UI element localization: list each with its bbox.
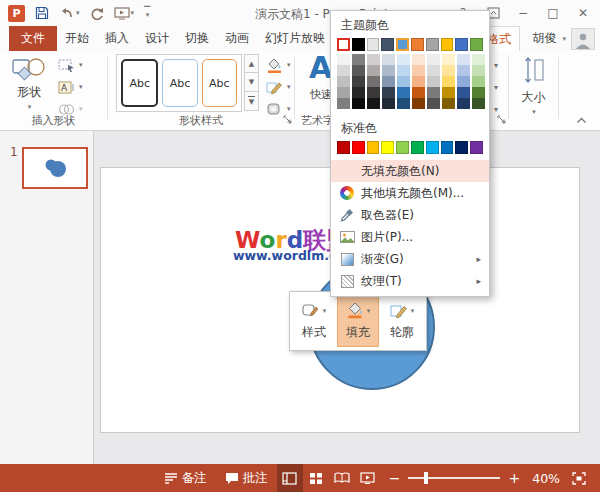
texture-menu-item[interactable]: 纹理(T)▸ [331, 270, 489, 292]
group-size[interactable]: 大小 ▾ [509, 51, 558, 131]
standard-color-swatch[interactable] [470, 141, 483, 154]
theme-variant-swatch[interactable] [397, 76, 410, 87]
theme-color-swatch[interactable] [470, 38, 483, 51]
undo-icon[interactable]: ▾ [59, 7, 80, 20]
quick-styles-button[interactable]: A [309, 51, 332, 85]
theme-variant-swatch[interactable] [427, 54, 440, 65]
theme-variant-swatch[interactable] [427, 76, 440, 87]
theme-variant-swatch[interactable] [337, 76, 350, 87]
theme-variant-swatch[interactable] [457, 65, 470, 76]
shape-style-tile[interactable]: Abc [121, 59, 158, 107]
powerpoint-logo-icon[interactable]: P [8, 5, 25, 22]
theme-variant-swatch[interactable] [457, 98, 470, 109]
tab-file[interactable]: 文件 [9, 26, 57, 51]
text-outline-caret[interactable]: ▾ [494, 83, 498, 92]
standard-color-swatch[interactable] [455, 141, 468, 154]
theme-variant-swatch[interactable] [412, 87, 425, 98]
theme-variant-swatch[interactable] [472, 98, 485, 109]
zoom-in-button[interactable]: + [506, 464, 526, 492]
theme-color-swatch[interactable] [352, 38, 365, 51]
edit-shape-button[interactable]: ▾ [58, 55, 83, 75]
standard-color-swatch[interactable] [411, 141, 424, 154]
standard-color-swatch[interactable] [426, 141, 439, 154]
theme-variant-swatch[interactable] [337, 98, 350, 109]
account-dropdown-caret[interactable]: ▾ [562, 35, 566, 43]
theme-variant-swatch[interactable] [412, 65, 425, 76]
picture-fill-menu-item[interactable]: 图片(P)... [331, 226, 489, 248]
size-dropdown-caret[interactable]: ▾ [510, 108, 558, 116]
theme-color-swatch[interactable] [367, 38, 380, 51]
theme-variant-swatch[interactable] [472, 87, 485, 98]
save-icon[interactable] [35, 6, 49, 20]
standard-color-swatch[interactable] [381, 141, 394, 154]
theme-variant-swatch[interactable] [427, 65, 440, 76]
gallery-more-button[interactable]: ▼ [244, 92, 259, 111]
theme-variant-swatch[interactable] [382, 54, 395, 65]
slide-sorter-view-button[interactable] [303, 464, 329, 492]
zoom-level[interactable]: 40% [526, 464, 566, 492]
theme-variant-swatch[interactable] [367, 65, 380, 76]
theme-variant-swatch[interactable] [412, 98, 425, 109]
fit-to-window-button[interactable] [566, 464, 592, 492]
theme-variant-swatch[interactable] [397, 65, 410, 76]
theme-variant-swatch[interactable] [472, 54, 485, 65]
gradient-menu-item[interactable]: 渐变(G)▸ [331, 248, 489, 270]
theme-variant-swatch[interactable] [382, 65, 395, 76]
theme-variant-swatch[interactable] [367, 87, 380, 98]
shape-style-tile[interactable]: Abc [202, 59, 237, 107]
ribbon-tab[interactable]: 开始 [57, 26, 97, 51]
standard-color-swatch[interactable] [396, 141, 409, 154]
theme-color-swatch[interactable] [455, 38, 468, 51]
slideshow-dropdown-caret[interactable]: ▾ [131, 9, 135, 17]
standard-color-swatch[interactable] [352, 141, 365, 154]
undo-dropdown-caret[interactable]: ▾ [76, 9, 80, 17]
standard-color-swatch[interactable] [337, 141, 350, 154]
theme-variant-swatch[interactable] [472, 65, 485, 76]
theme-variant-swatch[interactable] [457, 54, 470, 65]
theme-variant-swatch[interactable] [427, 87, 440, 98]
shape-style-tile[interactable]: Abc [162, 59, 197, 107]
theme-variant-swatch[interactable] [412, 76, 425, 87]
ribbon-tab[interactable]: 动画 [217, 26, 257, 51]
theme-variant-swatch[interactable] [337, 54, 350, 65]
shapes-dropdown-caret[interactable]: ▾ [28, 103, 32, 111]
theme-color-swatch[interactable] [337, 38, 350, 51]
redo-icon[interactable] [90, 7, 104, 20]
fill-button[interactable]: ▾填充 [337, 295, 379, 347]
gallery-scroll-down[interactable]: ▼ [244, 73, 259, 92]
theme-color-swatch[interactable] [381, 38, 394, 51]
ribbon-tab[interactable]: 插入 [97, 26, 137, 51]
shape-styles-dialog-launcher-icon[interactable] [283, 113, 292, 127]
more-fill-colors-menu-item[interactable]: 其他填充颜色(M)... [331, 182, 489, 204]
theme-variant-swatch[interactable] [412, 54, 425, 65]
shape-fill-button[interactable]: ▾ [266, 55, 291, 75]
minimize-button[interactable]: − [510, 2, 536, 24]
eyedropper-menu-item[interactable]: 取色器(E) [331, 204, 489, 226]
text-fill-caret[interactable]: ▾ [494, 61, 498, 70]
slide-thumbnail[interactable] [22, 147, 88, 189]
ribbon-tab[interactable]: 设计 [137, 26, 177, 51]
gallery-scroll-up[interactable]: ▲ [244, 54, 259, 73]
ribbon-tab[interactable]: 切换 [177, 26, 217, 51]
theme-variant-swatch[interactable] [382, 87, 395, 98]
theme-variant-swatch[interactable] [442, 54, 455, 65]
zoom-slider-handle[interactable] [424, 472, 428, 484]
theme-variant-swatch[interactable] [472, 76, 485, 87]
theme-variant-swatch[interactable] [427, 98, 440, 109]
zoom-out-button[interactable]: − [381, 464, 403, 492]
account-area[interactable]: 胡俊 ▾ [532, 26, 595, 51]
customize-qat-icon[interactable]: ▔▾ [144, 9, 150, 17]
wordart-dialog-launcher-icon[interactable] [497, 113, 506, 127]
start-slideshow-icon[interactable]: ▾ [114, 7, 135, 20]
collapse-ribbon-icon[interactable] [576, 113, 587, 127]
theme-variant-swatch[interactable] [397, 54, 410, 65]
standard-color-swatch[interactable] [367, 141, 380, 154]
slideshow-view-button[interactable] [355, 464, 381, 492]
theme-variant-swatch[interactable] [457, 76, 470, 87]
theme-variant-swatch[interactable] [367, 76, 380, 87]
zoom-slider[interactable] [408, 477, 500, 479]
maximize-button[interactable]: □ [540, 2, 566, 24]
theme-variant-swatch[interactable] [337, 87, 350, 98]
outline-button[interactable]: ▾轮廓 [381, 295, 423, 347]
theme-variant-swatch[interactable] [397, 87, 410, 98]
